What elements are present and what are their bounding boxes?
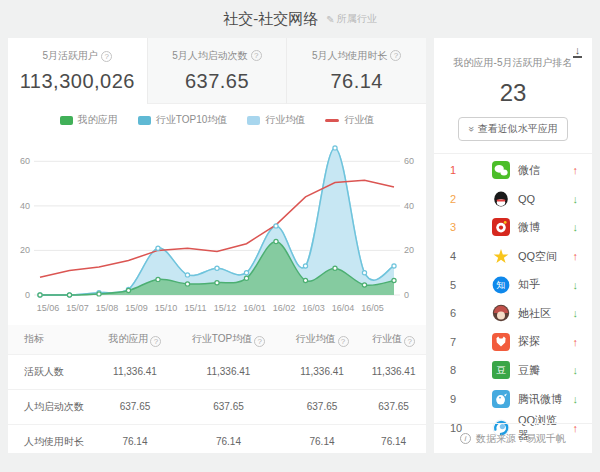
tantan-icon [492, 333, 510, 351]
rank-number: 1 [450, 164, 466, 176]
download-icon[interactable]: ↓ [573, 45, 582, 58]
chart-legend: 我的应用行业TOP10均值行业均值行业值 [8, 104, 426, 131]
svg-text:15/07: 15/07 [66, 303, 89, 313]
qq-icon [492, 190, 510, 208]
row-value: 76.14 [361, 424, 426, 453]
info-icon[interactable]: ? [254, 336, 265, 347]
info-icon[interactable]: ? [150, 336, 161, 347]
rank-number: 6 [450, 307, 466, 319]
table-row: 人均使用时长76.1476.1476.1476.14 [8, 424, 426, 453]
legend-label: 行业TOP10均值 [156, 113, 228, 127]
svg-text:15/10: 15/10 [155, 303, 178, 313]
ranking-row-5[interactable]: 5知知乎↓ [434, 270, 592, 299]
douban-icon: 豆 [492, 361, 510, 379]
row-value: 637.65 [174, 389, 283, 424]
metric-tab-2[interactable]: 5月人均使用时长?76.14 [286, 38, 426, 104]
row-value: 76.14 [174, 424, 283, 453]
metric-value: 76.14 [330, 70, 383, 93]
trend-down-icon: ↓ [568, 221, 578, 233]
legend-swatch [138, 116, 151, 125]
svg-text:0: 0 [25, 290, 30, 300]
metric-label: 5月活跃用户? [43, 49, 113, 63]
info-icon[interactable]: ? [338, 336, 349, 347]
row-value: 637.65 [96, 389, 174, 424]
trend-down-icon: ↓ [568, 193, 578, 205]
rank-number: 5 [450, 279, 466, 291]
industry-edit-link[interactable]: ✎ 所属行业 [326, 12, 376, 26]
ranking-row-7[interactable]: 7探探↑ [434, 328, 592, 357]
trend-down-icon: ↓ [568, 279, 578, 291]
svg-text:60: 60 [404, 156, 414, 166]
svg-text:16/03: 16/03 [302, 303, 325, 313]
svg-text:15/12: 15/12 [214, 303, 237, 313]
ranking-row-2[interactable]: 2QQ↓ [434, 185, 592, 214]
info-icon[interactable]: ? [101, 51, 112, 62]
tashequ-icon [492, 304, 510, 322]
app-name: 探探 [518, 334, 568, 349]
legend-item-2[interactable]: 行业均值 [247, 113, 305, 127]
row-value: 11,336.41 [283, 354, 361, 389]
weibo-icon [492, 218, 510, 236]
ranking-row-6[interactable]: 6她社区↓ [434, 299, 592, 328]
ranking-row-4[interactable]: 4QQ空间↑ [434, 242, 592, 271]
app-ranking-list: 1微信↑2QQ↓3微博↓4QQ空间↑5知知乎↓6她社区↓7探探↑8豆豆瓣↓9腾讯… [434, 154, 592, 444]
svg-text:40: 40 [404, 201, 414, 211]
similar-apps-button-label: 查看近似水平应用 [478, 122, 558, 136]
trend-chart[interactable]: 0020204040606015/0615/0715/0815/0915/101… [12, 131, 422, 323]
legend-label: 行业均值 [265, 113, 305, 127]
legend-label: 我的应用 [78, 113, 118, 127]
app-name: 微信 [518, 163, 568, 178]
legend-label: 行业值 [344, 113, 374, 127]
ranking-row-3[interactable]: 3微博↓ [434, 213, 592, 242]
download-bar [573, 56, 582, 58]
app-name: QQ空间 [518, 249, 568, 264]
download-arrow-glyph: ↓ [575, 45, 581, 55]
info-icon[interactable]: ? [251, 50, 262, 61]
table-header-row: 指标我的应用?行业TOP均值?行业均值?行业值? [8, 325, 426, 354]
page-header: 社交-社交网络 ✎ 所属行业 [0, 0, 600, 38]
svg-text:0: 0 [404, 290, 409, 300]
row-label: 人均使用时长 [8, 424, 96, 453]
zhihu-icon: 知 [492, 276, 510, 294]
table-header-cell: 行业均值? [283, 325, 361, 354]
legend-swatch [247, 116, 260, 125]
table-row: 人均启动次数637.65637.65637.65637.65 [8, 389, 426, 424]
row-value: 637.65 [361, 389, 426, 424]
svg-text:15/08: 15/08 [96, 303, 119, 313]
app-name: 豆瓣 [518, 363, 568, 378]
table-header-cell: 行业值? [361, 325, 426, 354]
ranking-row-1[interactable]: 1微信↑ [434, 156, 592, 185]
svg-text:15/06: 15/06 [37, 303, 60, 313]
svg-text:16/05: 16/05 [361, 303, 384, 313]
edit-icon: ✎ [326, 14, 334, 25]
metric-value: 113,300,026 [20, 70, 135, 93]
metric-value: 637.65 [185, 70, 249, 93]
svg-text:15/09: 15/09 [125, 303, 148, 313]
dashboard-page: 社交-社交网络 ✎ 所属行业 5月活跃用户?113,300,0265月人均启动次… [0, 0, 600, 453]
trend-up-icon: ↑ [568, 250, 578, 262]
metric-tab-0[interactable]: 5月活跃用户?113,300,026 [8, 38, 147, 104]
metric-tab-1[interactable]: 5月人均启动次数?637.65 [147, 38, 287, 104]
ranking-header: 我的应用-5月活跃用户排名 23 » 查看近似水平应用 [434, 38, 592, 141]
info-icon[interactable]: ? [390, 50, 401, 61]
info-icon: i [460, 433, 471, 444]
page-title: 社交-社交网络 [223, 10, 318, 29]
info-icon[interactable]: ? [404, 336, 415, 347]
svg-text:20: 20 [404, 245, 414, 255]
legend-item-1[interactable]: 行业TOP10均值 [138, 113, 228, 127]
legend-item-3[interactable]: 行业值 [325, 113, 374, 127]
similar-apps-button[interactable]: » 查看近似水平应用 [458, 117, 568, 141]
ranking-row-8[interactable]: 8豆豆瓣↓ [434, 356, 592, 385]
ranking-row-9[interactable]: 9腾讯微博↓ [434, 385, 592, 414]
metric-label: 5月人均使用时长? [312, 49, 402, 63]
svg-text:知: 知 [497, 280, 506, 290]
app-name: QQ [518, 193, 568, 205]
app-name: 知乎 [518, 277, 568, 292]
wechat-icon [492, 161, 510, 179]
app-name: 腾讯微博 [518, 392, 568, 407]
svg-text:20: 20 [20, 245, 30, 255]
trend-down-icon: ↓ [568, 307, 578, 319]
legend-item-0[interactable]: 我的应用 [60, 113, 118, 127]
app-name: 微博 [518, 220, 568, 235]
row-value: 637.65 [283, 389, 361, 424]
